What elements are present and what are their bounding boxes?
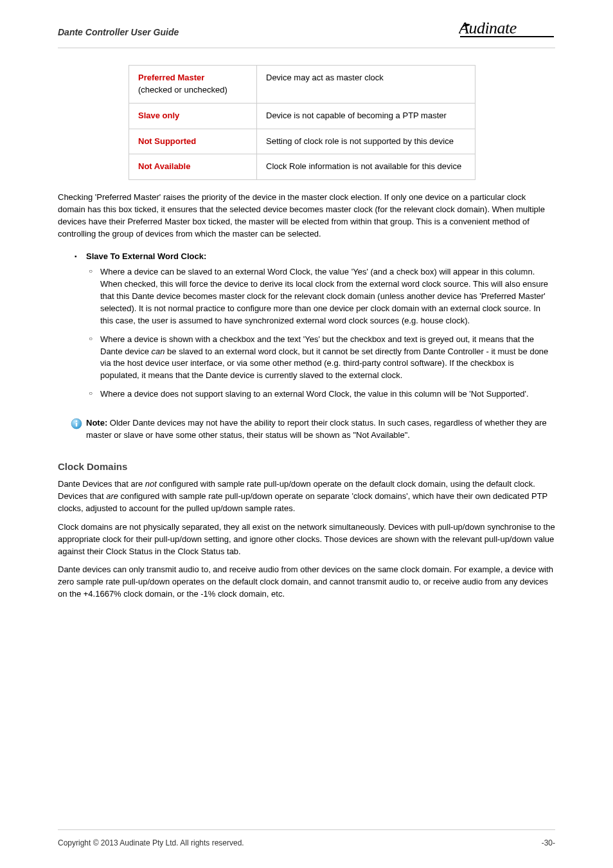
- list-item: Slave To External Word Clock: Where a de…: [86, 251, 555, 401]
- row-subkey: (checked or unchecked): [138, 84, 247, 96]
- circle-list: Where a device can be slaved to an exter…: [86, 266, 555, 400]
- note-label: Note:: [86, 418, 107, 428]
- list-item: Where a device can be slaved to an exter…: [100, 266, 555, 327]
- row-key: Preferred Master: [138, 73, 204, 82]
- table-row: Slave only Device is not capable of beco…: [129, 103, 475, 129]
- paragraph-preferred-master: Checking 'Preferred Master' raises the p…: [58, 192, 555, 240]
- section-para-1: Dante Devices that are not configured wi…: [58, 478, 555, 515]
- info-icon: [71, 418, 82, 442]
- note-block: Note: Older Dante devices may not have t…: [71, 417, 555, 442]
- header-title: Dante Controller User Guide: [58, 26, 179, 39]
- section-para-3: Dante devices can only transmit audio to…: [58, 564, 555, 601]
- row-value: Device may act as master clock: [257, 66, 475, 104]
- svg-text:Audinate: Audinate: [459, 19, 517, 37]
- text-em: can: [152, 347, 165, 356]
- list-item: Where a device does not support slaving …: [100, 388, 555, 401]
- svg-point-3: [76, 420, 78, 422]
- bullet-list-slave: Slave To External Word Clock: Where a de…: [58, 251, 555, 407]
- row-key: Slave only: [138, 111, 179, 120]
- row-value: Setting of clock role is not supported b…: [257, 129, 475, 154]
- page-footer: Copyright © 2013 Audinate Pty Ltd. All r…: [58, 829, 555, 849]
- text-post: be slaved to an external word clock, but…: [100, 347, 548, 381]
- section-heading-clock-domains: Clock Domains: [58, 460, 555, 474]
- bullet-heading: Slave To External Word Clock: [86, 251, 204, 261]
- table-row: Preferred Master (checked or unchecked) …: [129, 66, 475, 104]
- list-item: Where a device is shown with a checkbox …: [100, 334, 555, 382]
- svg-rect-4: [76, 422, 77, 426]
- audinate-logo: Audinate: [459, 19, 555, 39]
- audinate-logo-svg: Audinate: [459, 19, 555, 39]
- table-row: Not Available Clock Role information is …: [129, 154, 475, 180]
- clock-role-table: Preferred Master (checked or unchecked) …: [129, 65, 475, 180]
- section-para-2: Clock domains are not physically separat…: [58, 521, 555, 558]
- row-key: Not Available: [138, 161, 190, 171]
- table-row: Not Supported Setting of clock role is n…: [129, 129, 475, 154]
- note-text: Older Dante devices may not have the abi…: [86, 418, 547, 440]
- row-value: Device is not capable of becoming a PTP …: [257, 103, 475, 129]
- page-header: Dante Controller User Guide Audinate: [58, 19, 555, 48]
- footer-page-number: -30-: [542, 838, 555, 849]
- row-key: Not Supported: [138, 136, 196, 146]
- footer-copyright: Copyright © 2013 Audinate Pty Ltd. All r…: [58, 838, 244, 849]
- row-value: Clock Role information is not available …: [257, 154, 475, 180]
